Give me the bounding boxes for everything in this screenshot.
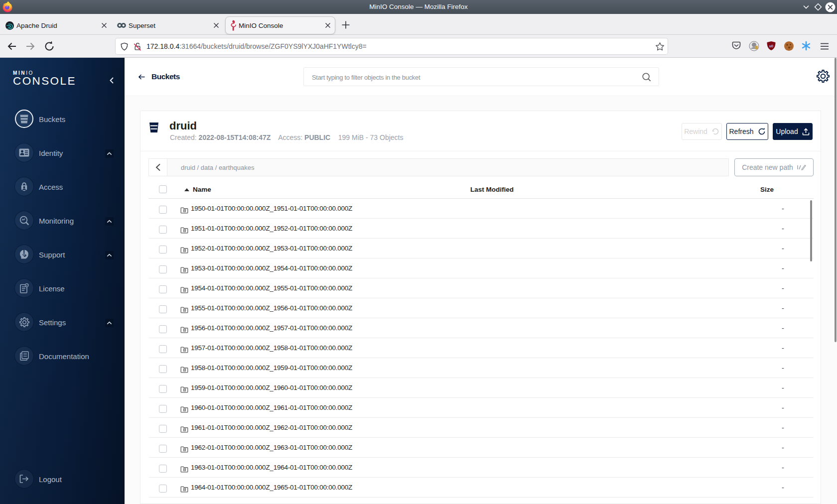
svg-text:u0: u0 xyxy=(769,44,773,48)
